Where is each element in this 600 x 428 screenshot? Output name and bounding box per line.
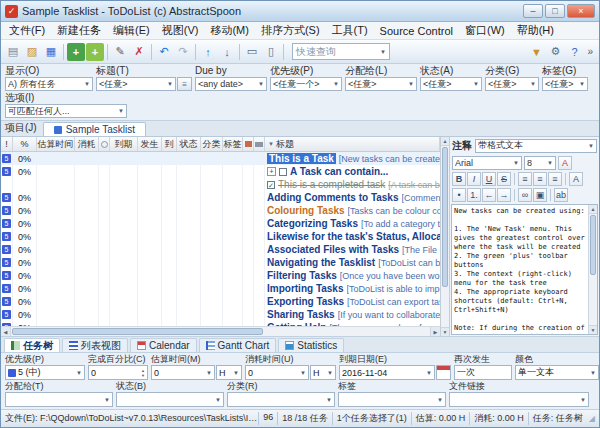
menu-item[interactable]: 文件(F) <box>3 22 51 39</box>
filter-combo-show[interactable]: A) 所有任务▼ <box>5 77 93 91</box>
font-name-combo[interactable]: Arial ▼ <box>452 156 522 170</box>
horizontal-scrollbar[interactable]: ◀ ▶ <box>1 326 440 336</box>
table-row[interactable]: 50%Colouring Tasks[Tasks can be colour c… <box>1 204 440 217</box>
edit-status-field[interactable]: ▼ <box>116 392 224 407</box>
task-title-cell[interactable]: Colouring Tasks[Tasks can be colour code… <box>265 204 440 217</box>
header-flag-icon[interactable] <box>243 137 254 151</box>
view-tab-list-view[interactable]: 列表视图 <box>62 338 128 352</box>
menu-item[interactable]: 排序方式(S) <box>255 22 326 39</box>
task-title-cell[interactable]: Adding Comments to Tasks[Comments are en… <box>265 191 440 204</box>
table-row[interactable]: 50%Adding Comments to Tasks[Comments are… <box>1 191 440 204</box>
scroll-right-icon[interactable]: ▶ <box>430 327 440 336</box>
filter-combo-priority[interactable]: <任意一个>▼ <box>270 77 342 91</box>
menu-item[interactable]: Source Control <box>374 24 459 38</box>
filter-combo-dueby[interactable]: <any date>▼ <box>195 77 267 91</box>
resize-grip[interactable]: ◢ <box>587 414 595 423</box>
table-row[interactable]: ✓This is a completed task[A task can be … <box>1 178 440 191</box>
table-row[interactable]: 50%Sharing Tasks[If you want to collabor… <box>1 308 440 321</box>
quick-search-combo[interactable]: 快速查询 ▼ <box>292 43 390 60</box>
edit-percent-field[interactable]: 0▲▼ <box>88 365 148 380</box>
edit-due-date-field[interactable]: 2016-11-04▼ <box>339 365 435 380</box>
maximize-comments-icon[interactable]: ▯ <box>262 43 280 61</box>
edit-priority-field[interactable]: 5 (中)▼ <box>5 365 85 380</box>
bullet-list-button[interactable]: • <box>452 188 466 202</box>
vscroll-thumb[interactable] <box>442 147 448 287</box>
scroll-down-icon[interactable]: ▼ <box>589 325 597 334</box>
toolbar-overflow-icon[interactable]: » <box>584 46 596 57</box>
scroll-down-icon[interactable]: ▼ <box>441 327 449 336</box>
close-button[interactable]: × <box>567 4 595 18</box>
save-tasklist-icon[interactable]: ▦ <box>42 43 60 61</box>
scroll-left-icon[interactable]: ◀ <box>1 327 11 336</box>
delete-task-icon[interactable]: ✗ <box>130 43 148 61</box>
comments-scrollbar[interactable]: ▲ ▼ <box>588 205 597 334</box>
task-checkbox[interactable] <box>279 168 287 176</box>
header-clock-icon[interactable] <box>99 137 110 151</box>
column-header[interactable]: 到 <box>162 137 177 151</box>
edit-time-spent-unit[interactable]: H▼ <box>310 365 336 380</box>
task-title-cell[interactable]: Associated Files with Tasks[The File Lin… <box>265 243 440 256</box>
filter-options-combo[interactable]: 可匹配任何人... ▼ <box>5 104 127 118</box>
vertical-scrollbar[interactable]: ▲ ▼ <box>441 137 450 336</box>
hscroll-thumb[interactable] <box>12 328 263 335</box>
outdent-button[interactable]: ← <box>482 188 496 202</box>
redo-icon[interactable]: ↷ <box>174 43 192 61</box>
maximize-tasklist-icon[interactable]: ▭ <box>243 43 261 61</box>
filter-combo-tag[interactable]: <任意>▼ <box>542 77 588 91</box>
new-tasklist-icon[interactable]: ▤ <box>4 43 22 61</box>
tasklist-tab[interactable]: Sample Tasklist <box>43 122 146 136</box>
view-tab-gantt[interactable]: Gantt Chart <box>199 338 277 352</box>
column-header[interactable]: 估算时间 <box>37 137 75 151</box>
task-title-cell[interactable]: Importing Tasks[ToDoList is able to impo… <box>265 282 440 295</box>
menu-item[interactable]: 工具(T) <box>326 22 374 39</box>
title-filter-options-button[interactable]: ≡ <box>177 77 192 91</box>
task-title-cell[interactable]: Navigating the Tasklist[ToDoList can be … <box>265 256 440 269</box>
bold-button[interactable]: B <box>452 172 466 186</box>
task-title-cell[interactable]: Filtering Tasks[Once you have been worki… <box>265 269 440 282</box>
italic-button[interactable]: I <box>467 172 481 186</box>
align-left-button[interactable]: ≡ <box>518 172 532 186</box>
edit-category-field[interactable]: ▼ <box>227 392 335 407</box>
column-header[interactable]: 状态 <box>177 137 201 151</box>
numbered-list-button[interactable]: 1. <box>467 188 481 202</box>
align-right-button[interactable]: ≡ <box>548 172 562 186</box>
align-center-button[interactable]: ≡ <box>533 172 547 186</box>
task-title-cell[interactable]: Sharing Tasks[If you want to collaborate… <box>265 308 440 321</box>
column-header[interactable]: ▼标题 <box>265 137 440 151</box>
edit-alloc-to-field[interactable]: ▼ <box>5 392 113 407</box>
task-title-cell[interactable]: Exporting Tasks[ToDoList can export task… <box>265 295 440 308</box>
table-row[interactable]: 50%+A Task can contain... <box>1 165 440 178</box>
edit-tag-field[interactable]: ▼ <box>338 392 446 407</box>
table-row[interactable]: 50%Importing Tasks[ToDoList is able to i… <box>1 282 440 295</box>
scroll-up-icon[interactable]: ▲ <box>589 205 597 214</box>
edit-task-icon[interactable]: ✎ <box>111 43 129 61</box>
expand-icon[interactable]: + <box>267 167 276 176</box>
spellcheck-button[interactable]: ab <box>554 188 568 202</box>
font-size-combo[interactable]: 8 ▼ <box>524 156 556 170</box>
underline-button[interactable]: U <box>482 172 496 186</box>
menu-item[interactable]: 视图(V) <box>156 22 205 39</box>
insert-link-button[interactable]: ∞ <box>518 188 532 202</box>
task-title-cell[interactable]: Categorizing Tasks[To add a category to … <box>265 217 440 230</box>
edit-color-field[interactable]: 单一文本▼ <box>515 365 599 380</box>
comment-format-combo[interactable]: 带格式文本 ▼ <box>475 139 597 153</box>
task-title-cell[interactable]: This is a Task[New tasks can be created … <box>265 152 440 165</box>
menu-item[interactable]: 移动(M) <box>204 22 255 39</box>
filter-icon[interactable]: ▼ <box>527 43 545 61</box>
indent-button[interactable]: → <box>497 188 511 202</box>
task-title-cell[interactable]: ✓This is a completed task[A task can be … <box>265 178 440 191</box>
table-row[interactable]: 50%Likewise for the task's Status, Alloc… <box>1 230 440 243</box>
strikethrough-button[interactable]: S <box>497 172 511 186</box>
header-attachment-icon[interactable] <box>254 137 265 151</box>
view-tab-stats[interactable]: Statistics <box>278 338 344 352</box>
table-row[interactable]: 50%This is a Task[New tasks can be creat… <box>1 152 440 165</box>
column-header[interactable]: 消耗 <box>75 137 99 151</box>
view-tab-calendar[interactable]: Calendar <box>130 338 197 352</box>
menu-item[interactable]: 窗口(W) <box>459 22 511 39</box>
new-subtask-icon[interactable]: + <box>86 43 104 61</box>
minimize-button[interactable]: – <box>523 4 543 18</box>
filter-combo-category[interactable]: <任意>▼ <box>485 77 539 91</box>
menu-item[interactable]: 编辑(E) <box>107 22 156 39</box>
edit-time-spent-field[interactable]: 0▼ <box>245 365 309 380</box>
task-title-cell[interactable]: Likewise for the task's Status, Allocate… <box>265 230 440 243</box>
